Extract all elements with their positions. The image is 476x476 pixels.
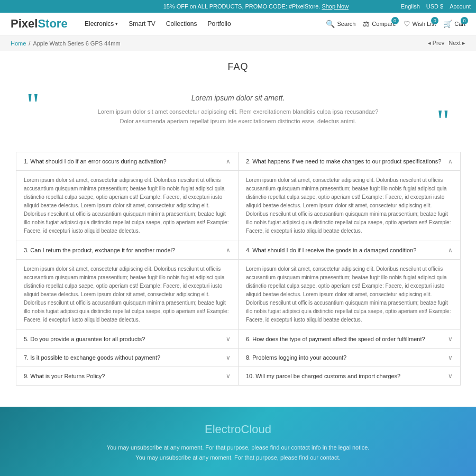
page-content: FAQ " Lorem ipsum dolor sit amett. Lorem…: [0, 51, 476, 396]
nav-smart-tv[interactable]: Smart TV: [129, 20, 155, 28]
faq-question-6[interactable]: 6. How does the type of payment affect t…: [239, 330, 460, 348]
quote-sub2: Dolor assumenda aperiam repellat ipsum i…: [48, 117, 428, 126]
compare-action[interactable]: ⚖ Compare 0: [363, 20, 396, 28]
next-button[interactable]: Next ▸: [448, 40, 465, 47]
chevron-down-icon: ∨: [226, 335, 231, 343]
faq-item-8: 8. Problems logging into your account? ∨: [238, 348, 461, 367]
chevron-down-icon: ▾: [115, 21, 118, 26]
footer-blue-text1: You may unsubscribe at any moment. For t…: [11, 443, 465, 453]
nav-electronics[interactable]: Elecronics ▾: [85, 20, 118, 28]
chevron-down-icon: ∨: [448, 372, 453, 380]
wishlist-badge: 0: [431, 17, 438, 24]
faq-item-4: 4. What should I do if I receive the goo…: [238, 241, 461, 330]
compare-icon: ⚖: [363, 20, 370, 28]
prev-button[interactable]: ◂ Prev: [428, 40, 445, 47]
faq-grid: 1. What should I do if an error occurs d…: [16, 152, 460, 386]
breadcrumb: Home / Apple Watch Series 6 GPS 44mm ◂ P…: [0, 35, 476, 51]
quote-main: Lorem ipsum dolor sit amett.: [48, 94, 428, 102]
search-icon: 🔍: [326, 20, 335, 28]
faq-question-10[interactable]: 10. Will my parcel be charged customs an…: [239, 367, 460, 385]
chevron-up-icon: ∧: [448, 246, 453, 254]
faq-item-7: 7. Is it possible to exchange goods with…: [16, 348, 239, 367]
chevron-down-icon: ∨: [448, 354, 453, 361]
quote-section: " Lorem ipsum dolor sit amett. Lorem ips…: [16, 83, 460, 142]
promo-message: 15% OFF on ALL PRODUCTS, PROMO CODE: #Pi…: [163, 3, 321, 10]
chevron-up-icon: ∧: [226, 246, 231, 254]
wishlist-action[interactable]: ♡ Wish List 0: [404, 20, 436, 28]
logo[interactable]: PixelStore: [11, 17, 74, 31]
top-bar: 15% OFF on ALL PRODUCTS, PROMO CODE: #Pi…: [0, 0, 476, 13]
promo-text: 15% OFF on ALL PRODUCTS, PROMO CODE: #Pi…: [111, 3, 401, 10]
faq-question-9[interactable]: 9. What is your Returns Policy? ∨: [16, 367, 238, 385]
footer-blue-text2: You may unsubscribe at any moment. For t…: [11, 453, 465, 463]
faq-question-8[interactable]: 8. Problems logging into your account? ∨: [239, 349, 460, 367]
faq-item-5: 5. Do you provide a guarantee for all pr…: [16, 329, 239, 349]
faq-answer-4: Lorem ipsum dolor sit amet, consectetur …: [239, 260, 460, 329]
nav-portfolio[interactable]: Portfolio: [208, 20, 231, 28]
faq-item-10: 10. Will my parcel be charged customs an…: [238, 367, 461, 386]
faq-answer-3: Lorem ipsum dolor sit amet, consectetur …: [16, 260, 238, 329]
logo-store: Store: [38, 17, 67, 30]
chevron-down-icon: ∨: [226, 372, 231, 380]
header-actions: 🔍 Search ⚖ Compare 0 ♡ Wish List 0 🛒 Car…: [326, 20, 465, 28]
faq-question-5[interactable]: 5. Do you provide a guarantee for all pr…: [16, 330, 238, 348]
breadcrumb-current: Apple Watch Series 6 GPS 44mm: [33, 40, 120, 47]
language-selector[interactable]: English: [401, 3, 420, 10]
quote-mark-right: ": [437, 105, 450, 136]
footer-brand-title: ElectroCloud: [11, 423, 465, 436]
breadcrumb-home[interactable]: Home: [11, 40, 26, 47]
chevron-up-icon: ∧: [226, 158, 231, 165]
faq-question-4[interactable]: 4. What should I do if I receive the goo…: [239, 241, 460, 260]
faq-question-7[interactable]: 7. Is it possible to exchange goods with…: [16, 349, 238, 367]
shop-now-link[interactable]: Shop Now: [322, 3, 349, 10]
quote-sub1: Lorem ipsum dolor sit amet consectetur a…: [48, 107, 428, 117]
cart-badge: 0: [461, 17, 468, 24]
faq-question-1[interactable]: 1. What should I do if an error occurs d…: [16, 152, 238, 171]
header: PixelStore Elecronics ▾ Smart TV Collect…: [0, 13, 476, 35]
compare-badge: 0: [391, 17, 399, 24]
quote-mark-left: ": [26, 88, 40, 120]
faq-item-3: 3. Can I return the product, exchange it…: [16, 241, 239, 330]
faq-question-3[interactable]: 3. Can I return the product, exchange it…: [16, 241, 238, 260]
currency-selector[interactable]: USD $: [426, 3, 443, 10]
breadcrumb-separator: /: [29, 40, 30, 47]
faq-question-2[interactable]: 2. What happens if we need to make chang…: [239, 152, 460, 171]
top-bar-right: English USD $ Account: [401, 3, 471, 10]
faq-item-6: 6. How does the type of payment affect t…: [238, 329, 461, 349]
faq-item-1: 1. What should I do if an error occurs d…: [16, 152, 239, 241]
cart-action[interactable]: 🛒 Cart 0: [443, 20, 465, 28]
faq-answer-1: Lorem ipsum dolor sit amet, consectetur …: [16, 171, 238, 241]
chevron-down-icon: ∨: [448, 335, 453, 343]
main-nav: Elecronics ▾ Smart TV Collections Portfo…: [85, 20, 315, 28]
page-title: FAQ: [16, 61, 460, 72]
heart-icon: ♡: [404, 20, 410, 28]
logo-pixel: Pixel: [11, 17, 38, 30]
footer-brand-highlight: Cloud: [241, 423, 271, 436]
faq-item-2: 2. What happens if we need to make chang…: [238, 152, 461, 241]
cart-icon: 🛒: [443, 20, 452, 28]
faq-answer-2: Lorem ipsum dolor sit amet, consectetur …: [239, 171, 460, 241]
chevron-up-icon: ∧: [448, 158, 453, 165]
faq-item-9: 9. What is your Returns Policy? ∨: [16, 367, 239, 386]
search-action[interactable]: 🔍 Search: [326, 20, 355, 28]
nav-collections[interactable]: Collections: [166, 20, 197, 28]
chevron-down-icon: ∨: [226, 354, 231, 361]
footer-blue: ElectroCloud You may unsubscribe at any …: [0, 407, 476, 476]
account-link[interactable]: Account: [450, 3, 471, 10]
